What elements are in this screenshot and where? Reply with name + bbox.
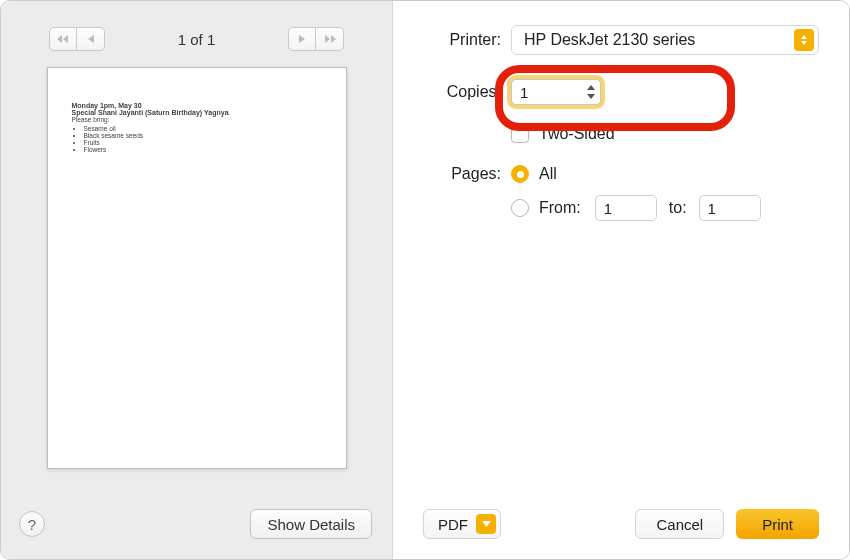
pages-to-value: 1: [708, 200, 716, 217]
page-preview: Monday 1pm, May 30 Special Shani Jayanti…: [1, 63, 392, 495]
pages-all-label: All: [539, 165, 557, 183]
next-page-button[interactable]: [288, 27, 316, 51]
preview-header: 1 of 1: [1, 1, 392, 63]
doc-line-1: Monday 1pm, May 30: [72, 102, 322, 109]
first-page-button[interactable]: [49, 27, 77, 51]
pages-label: Pages:: [423, 165, 501, 183]
doc-list-item: Black sesame seeds: [84, 132, 322, 139]
pages-from-label: From:: [539, 199, 581, 217]
pages-to-label: to:: [669, 199, 687, 217]
printer-label: Printer:: [423, 31, 501, 49]
copies-highlight: 1: [511, 79, 601, 105]
print-label: Print: [762, 516, 793, 533]
doc-list-item: Fruits: [84, 139, 322, 146]
two-sided-checkbox[interactable]: [511, 125, 529, 143]
help-button[interactable]: ?: [19, 511, 45, 537]
doc-list-item: Flowers: [84, 146, 322, 153]
nav-next-group: [288, 27, 344, 51]
stepper-up-icon: [584, 83, 598, 92]
copies-input[interactable]: 1: [511, 79, 601, 105]
pages-from-input[interactable]: 1: [595, 195, 657, 221]
printer-row: Printer: HP DeskJet 2130 series: [423, 25, 819, 55]
copies-value: 1: [520, 84, 528, 101]
two-sided-label: Two-Sided: [539, 125, 615, 143]
pages-all-radio[interactable]: [511, 165, 529, 183]
document-sheet: Monday 1pm, May 30 Special Shani Jayanti…: [47, 67, 347, 469]
printer-select[interactable]: HP DeskJet 2130 series: [511, 25, 819, 55]
pages-from-row: From: 1 to: 1: [511, 195, 819, 221]
preview-pane: 1 of 1 Monday 1pm, May 30 Special Shani …: [1, 1, 393, 559]
stepper-down-icon: [584, 92, 598, 101]
left-footer: ? Show Details: [1, 495, 392, 559]
two-sided-row: Two-Sided: [511, 125, 819, 143]
pdf-button[interactable]: PDF: [423, 509, 501, 539]
show-details-label: Show Details: [267, 516, 355, 533]
print-button[interactable]: Print: [736, 509, 819, 539]
copies-row: Copies: 1: [423, 79, 819, 105]
options-pane: Printer: HP DeskJet 2130 series Copies: …: [393, 1, 849, 559]
doc-list: Sesame oil Black sesame seeds Fruits Flo…: [84, 125, 322, 153]
printer-value: HP DeskJet 2130 series: [524, 31, 695, 49]
pages-from-value: 1: [604, 200, 612, 217]
doc-list-item: Sesame oil: [84, 125, 322, 132]
nav-prev-group: [49, 27, 105, 51]
copies-label: Copies:: [423, 83, 501, 101]
page-indicator: 1 of 1: [178, 31, 216, 48]
pages-to-input[interactable]: 1: [699, 195, 761, 221]
last-page-button[interactable]: [316, 27, 344, 51]
pages-row: Pages: All: [423, 165, 819, 183]
pdf-label: PDF: [438, 516, 468, 533]
doc-line-2: Special Shani Jayanti (Saturn Birthday) …: [72, 109, 322, 116]
copies-stepper[interactable]: [584, 83, 598, 101]
print-dialog: 1 of 1 Monday 1pm, May 30 Special Shani …: [1, 1, 849, 559]
show-details-button[interactable]: Show Details: [250, 509, 372, 539]
chevron-down-icon: [476, 514, 496, 534]
select-arrows-icon: [794, 29, 814, 51]
cancel-label: Cancel: [656, 516, 703, 533]
form: Printer: HP DeskJet 2130 series Copies: …: [393, 1, 849, 495]
help-icon: ?: [28, 516, 36, 533]
cancel-button[interactable]: Cancel: [635, 509, 724, 539]
doc-line-3: Please bring:: [72, 116, 110, 123]
right-footer: PDF Cancel Print: [393, 495, 849, 559]
prev-page-button[interactable]: [77, 27, 105, 51]
pages-from-radio[interactable]: [511, 199, 529, 217]
